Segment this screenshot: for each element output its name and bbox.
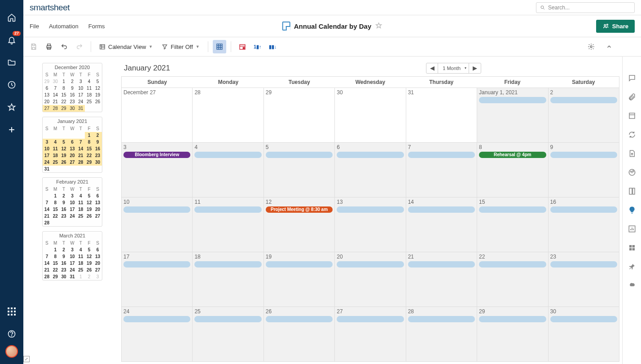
sort-asc-icon[interactable]: 1▮↑ — [251, 40, 264, 53]
day-cell[interactable]: 6 — [335, 142, 406, 197]
calendar-event[interactable] — [408, 261, 475, 268]
mini-day[interactable] — [43, 193, 51, 199]
settings-icon[interactable] — [584, 40, 598, 53]
mini-day[interactable]: 4 — [76, 193, 85, 199]
mini-day[interactable]: 22 — [51, 267, 60, 273]
share-button[interactable]: Share — [596, 20, 635, 33]
mini-day[interactable]: 8 — [51, 253, 60, 260]
mini-day[interactable]: 17 — [68, 260, 77, 267]
day-cell[interactable]: 4 — [193, 142, 263, 197]
mini-day[interactable]: 27 — [93, 213, 102, 219]
mini-day[interactable]: 25 — [76, 213, 85, 219]
mini-day[interactable]: 18 — [76, 260, 85, 267]
today-icon[interactable] — [236, 40, 249, 53]
mini-day[interactable]: 28 — [43, 273, 51, 280]
mini-day[interactable]: 5 — [85, 246, 93, 253]
calendar-event[interactable] — [194, 316, 261, 322]
day-cell[interactable]: 24 — [122, 307, 193, 361]
mini-day[interactable]: 3 — [76, 78, 85, 85]
day-cell[interactable]: 28 — [406, 307, 477, 361]
calendar-event[interactable] — [266, 152, 333, 158]
day-cell[interactable]: 15 — [477, 197, 548, 252]
mini-day[interactable]: 29 — [43, 78, 51, 85]
mini-day[interactable]: 23 — [60, 267, 68, 273]
calendar-event[interactable] — [408, 316, 475, 322]
mini-day[interactable]: 7 — [43, 253, 51, 260]
mini-day[interactable]: 16 — [93, 145, 102, 152]
mini-day[interactable] — [76, 132, 85, 139]
mini-day[interactable]: 18 — [51, 152, 60, 159]
calendar-event[interactable] — [123, 316, 190, 322]
mini-day[interactable]: 17 — [76, 92, 85, 98]
mini-day[interactable]: 12 — [85, 199, 93, 206]
day-cell[interactable]: 29 — [264, 88, 335, 142]
day-cell[interactable]: 19 — [264, 252, 335, 307]
activity-icon[interactable] — [628, 168, 637, 177]
day-cell[interactable]: 30 — [335, 88, 406, 142]
mini-day[interactable] — [85, 166, 93, 172]
mini-day[interactable]: 22 — [51, 213, 60, 219]
mini-day[interactable] — [93, 105, 102, 112]
mini-day[interactable]: 31 — [68, 273, 77, 280]
mini-day[interactable]: 31 — [76, 105, 85, 112]
mini-day[interactable]: 15 — [51, 260, 60, 267]
mini-day[interactable]: 20 — [68, 152, 77, 159]
mini-day[interactable]: 23 — [93, 152, 102, 159]
calendar-event[interactable] — [479, 206, 546, 213]
mini-day[interactable]: 3 — [43, 139, 51, 145]
day-cell[interactable]: 11 — [193, 197, 263, 252]
mini-day[interactable]: 20 — [93, 206, 102, 213]
expand-icon[interactable]: ⤢ — [23, 356, 30, 362]
mini-day[interactable]: 29 — [60, 105, 68, 112]
mini-day[interactable]: 2 — [68, 78, 77, 85]
mini-day[interactable]: 23 — [60, 213, 68, 219]
mini-day[interactable]: 18 — [85, 92, 93, 98]
print-icon[interactable] — [42, 40, 56, 53]
day-cell[interactable]: 8Rehearsal @ 4pm — [477, 142, 548, 197]
mini-day[interactable]: 14 — [43, 206, 51, 213]
mini-day[interactable]: 20 — [93, 260, 102, 267]
day-cell[interactable]: 14 — [406, 197, 477, 252]
mini-day[interactable]: 12 — [60, 145, 68, 152]
mini-day[interactable]: 13 — [68, 145, 77, 152]
calendar-event[interactable] — [194, 152, 261, 158]
user-avatar[interactable] — [5, 345, 18, 358]
mini-day[interactable] — [93, 166, 102, 172]
mini-day[interactable]: 28 — [51, 105, 60, 112]
mini-day[interactable]: 1 — [51, 246, 60, 253]
calendar-event[interactable] — [123, 261, 190, 268]
calendar-event[interactable] — [550, 97, 617, 103]
mini-day[interactable] — [51, 166, 60, 172]
calendar-event[interactable] — [479, 316, 546, 322]
mini-day[interactable]: 10 — [43, 145, 51, 152]
day-cell[interactable]: 25 — [193, 307, 263, 361]
mini-calendar[interactable]: December 2020SMTWTFS29301234567891011121… — [42, 63, 102, 112]
grid-density-icon[interactable] — [213, 40, 226, 53]
mini-day[interactable]: 5 — [93, 78, 102, 85]
mini-day[interactable]: 10 — [68, 253, 77, 260]
day-cell[interactable]: 21 — [406, 252, 477, 307]
mini-day[interactable]: 10 — [68, 199, 77, 206]
calendar-event[interactable]: Project Meeting @ 8:30 am — [266, 206, 333, 213]
mini-day[interactable]: 14 — [76, 145, 85, 152]
format-icon[interactable] — [628, 243, 637, 252]
mini-day[interactable]: 29 — [51, 273, 60, 280]
mini-day[interactable]: 26 — [93, 98, 102, 105]
mini-day[interactable]: 20 — [43, 98, 51, 105]
mini-day[interactable]: 1 — [76, 273, 85, 280]
mini-day[interactable]: 6 — [93, 193, 102, 199]
mini-calendar[interactable]: March 2021SMTWTFS12345678910111213141516… — [42, 231, 102, 281]
mini-day[interactable]: 6 — [43, 85, 51, 92]
mini-day[interactable]: 7 — [76, 139, 85, 145]
undo-icon[interactable] — [57, 40, 71, 53]
mini-day[interactable]: 22 — [60, 98, 68, 105]
mini-day[interactable] — [60, 219, 68, 226]
calendar-event[interactable]: Rehearsal @ 4pm — [479, 152, 546, 158]
mini-calendar[interactable]: January 2021SMTWTFS123456789101112131415… — [42, 117, 102, 173]
mini-day[interactable]: 5 — [85, 193, 93, 199]
mini-day[interactable] — [85, 105, 93, 112]
mini-day[interactable] — [76, 219, 85, 226]
save-icon[interactable] — [27, 40, 40, 53]
mini-day[interactable]: 2 — [60, 246, 68, 253]
calendar-event[interactable] — [194, 261, 261, 268]
